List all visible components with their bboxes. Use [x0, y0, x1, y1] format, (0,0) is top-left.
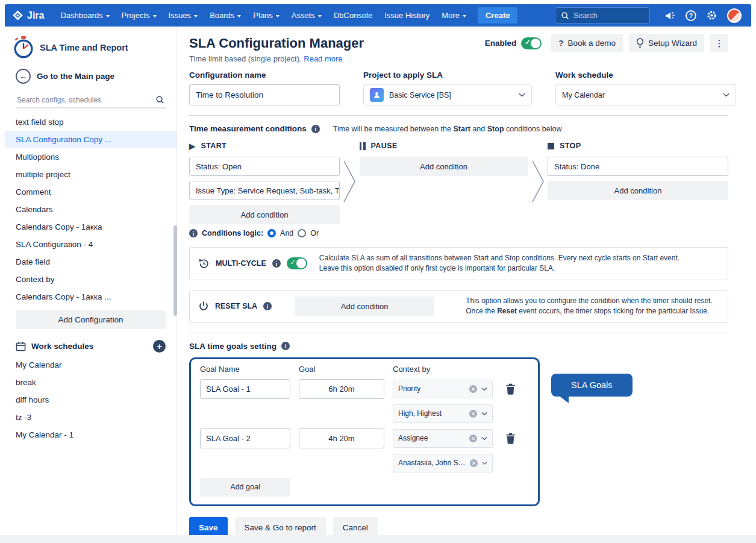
- pause-add-condition-button[interactable]: Add condition: [360, 157, 528, 176]
- goal-value-input[interactable]: [299, 379, 384, 399]
- enabled-toggle[interactable]: ✓: [521, 37, 542, 49]
- nav-item-issues[interactable]: Issues: [163, 8, 204, 23]
- sidebar-config-item[interactable]: Multioptions: [5, 148, 177, 166]
- context-field-select[interactable]: Priority ✕: [393, 380, 493, 398]
- clear-icon[interactable]: ✕: [469, 435, 477, 442]
- logic-and-radio[interactable]: [267, 229, 276, 237]
- cancel-button[interactable]: Cancel: [333, 517, 378, 535]
- start-add-condition-button[interactable]: Add condition: [189, 205, 340, 224]
- sidebar-search[interactable]: [16, 92, 166, 108]
- start-header: ▶ START: [189, 140, 340, 151]
- stop-condition-1[interactable]: Status: Done: [548, 157, 728, 176]
- context-values-select[interactable]: Anastasiia, John Smit... ✕: [393, 454, 493, 472]
- clear-icon[interactable]: ✕: [469, 410, 477, 418]
- nav-item-label: More: [442, 11, 460, 20]
- nav-item-plans[interactable]: Plans: [248, 8, 285, 23]
- logic-or-radio[interactable]: [298, 229, 306, 237]
- delete-goal-button[interactable]: [501, 383, 519, 395]
- context-field-value: Priority: [398, 384, 420, 393]
- read-more-link[interactable]: Read more: [304, 54, 342, 63]
- save-go-report-button[interactable]: Save & Go to report: [235, 517, 326, 535]
- nav-item-assets[interactable]: Assets: [286, 8, 327, 23]
- announcements-button[interactable]: [664, 10, 676, 20]
- clear-icon[interactable]: ✕: [469, 385, 477, 393]
- info-icon[interactable]: i: [272, 259, 281, 268]
- multi-cycle-icon: [198, 258, 210, 269]
- user-avatar[interactable]: [727, 8, 742, 23]
- help-button[interactable]: ?: [686, 10, 696, 21]
- sidebar-schedule-item[interactable]: My Calendar - 1: [5, 426, 177, 444]
- back-to-main-link[interactable]: ← Go to the Main page: [5, 63, 177, 87]
- nav-search-input[interactable]: [573, 11, 640, 20]
- nav-item-label: Projects: [122, 11, 150, 20]
- sidebar-config-item[interactable]: Calendars Copy - 1акка ...: [5, 288, 177, 306]
- info-icon[interactable]: i: [311, 125, 320, 133]
- sidebar-config-item[interactable]: Calendars Copy - 1акка: [5, 218, 177, 236]
- sidebar-config-item[interactable]: multiple project: [5, 166, 177, 183]
- back-arrow-glyph: ←: [19, 72, 27, 81]
- header-controls: Enabled ✓ ? Book a demo Setup Wizard: [485, 34, 728, 52]
- create-button[interactable]: Create: [478, 7, 517, 24]
- clear-icon[interactable]: ✕: [470, 459, 478, 467]
- project-select[interactable]: Basic Service [BS]: [363, 84, 532, 105]
- info-icon[interactable]: i: [281, 342, 290, 350]
- goal-name-input[interactable]: [200, 379, 290, 399]
- sidebar-config-item[interactable]: text field stop: [5, 113, 177, 131]
- nav-search[interactable]: [555, 7, 650, 24]
- sidebar-schedule-item[interactable]: tz -3: [5, 409, 177, 426]
- add-schedule-button[interactable]: +: [153, 340, 166, 353]
- sidebar-config-item[interactable]: Comment: [5, 183, 177, 201]
- add-goal-button[interactable]: Add goal: [200, 478, 290, 497]
- nav-item-boards[interactable]: Boards: [204, 8, 246, 23]
- chevron-down-icon: [237, 15, 241, 17]
- sidebar-schedule-item[interactable]: break: [5, 374, 177, 391]
- nav-item-dbconsole[interactable]: DbConsole: [328, 8, 378, 23]
- add-configuration-button[interactable]: Add Configuration: [16, 310, 166, 329]
- sidebar-schedule-item[interactable]: diff hours: [5, 391, 177, 409]
- sidebar-config-item[interactable]: SLA Configuration - 4: [5, 236, 177, 253]
- goal-name-input[interactable]: [200, 428, 290, 448]
- lightbulb-icon: [636, 38, 644, 48]
- sidebar-schedule-item[interactable]: My Calendar: [5, 356, 177, 374]
- sidebar-config-item[interactable]: Context by: [5, 271, 177, 288]
- delete-goal-button[interactable]: [501, 433, 519, 444]
- sidebar-config-item-selected[interactable]: SLA Configuration Copy ...: [5, 131, 177, 148]
- reset-add-condition-button[interactable]: Add condition: [295, 297, 434, 316]
- calendar-icon: [16, 341, 26, 351]
- stop-add-condition-button[interactable]: Add condition: [548, 181, 728, 200]
- configuration-name-input[interactable]: [189, 84, 340, 105]
- question-icon: ?: [689, 12, 693, 19]
- top-fields-row: Configuration name Project to apply SLA …: [189, 71, 728, 105]
- goal-value-input[interactable]: [299, 428, 384, 448]
- work-schedule-select[interactable]: My Calendar: [555, 84, 736, 105]
- nav-icon-cluster: ?: [664, 8, 742, 23]
- start-condition-1[interactable]: Status: Open: [189, 157, 340, 176]
- jira-home-link[interactable]: Jira: [12, 10, 44, 21]
- start-condition-2[interactable]: Issue Type: Service Request, Sub-task, T…: [189, 181, 340, 200]
- jira-logo-icon: [12, 10, 23, 21]
- app-logo-row: SLA Time and Report: [5, 31, 177, 63]
- context-field-select[interactable]: Assignee ✕: [393, 429, 493, 448]
- more-actions-button[interactable]: ⋮: [710, 34, 728, 52]
- settings-button[interactable]: [706, 10, 717, 21]
- page-header: SLA Configuration Manager Enabled ✓ ? Bo…: [189, 34, 728, 52]
- multi-cycle-label: MULTI-CYCLE: [216, 259, 266, 268]
- nav-item-more[interactable]: More: [436, 8, 472, 23]
- chevron-down-icon: [194, 15, 198, 17]
- nav-item-issue-history[interactable]: Issue History: [379, 8, 435, 23]
- nav-item-projects[interactable]: Projects: [116, 8, 162, 23]
- setup-wizard-button[interactable]: Setup Wizard: [629, 34, 704, 52]
- info-icon[interactable]: i: [189, 229, 198, 237]
- reset-desc-line2: event occurs, the timer stops ticking fo…: [517, 307, 709, 315]
- book-demo-button[interactable]: ? Book a demo: [551, 34, 623, 52]
- context-values-select[interactable]: High, Highest ✕: [393, 404, 493, 423]
- sidebar-config-item[interactable]: Date field: [5, 253, 177, 271]
- reset-desc-line1: This option allows you to configure the …: [466, 297, 713, 305]
- info-icon[interactable]: i: [263, 302, 272, 310]
- sidebar-search-input[interactable]: [17, 96, 155, 104]
- sidebar-config-item[interactable]: Calendars: [5, 201, 177, 218]
- save-button[interactable]: Save: [189, 517, 228, 535]
- nav-item-dashboards[interactable]: Dashboards: [55, 8, 114, 23]
- multi-cycle-toggle[interactable]: ✓: [287, 257, 307, 269]
- reset-sla-description: This option allows you to configure the …: [466, 296, 713, 317]
